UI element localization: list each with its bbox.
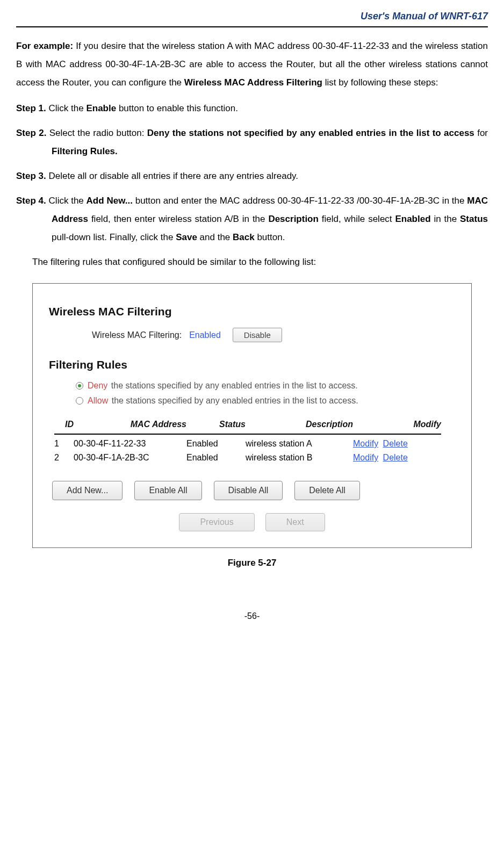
step-1-label: Step 1. [16, 103, 46, 113]
step-4-t7: and the [197, 232, 233, 242]
cell-mac: 00-30-4F-11-22-33 [74, 439, 186, 449]
intro-text-2: list by following these steps: [322, 77, 438, 88]
cell-modify: Modify Delete [353, 453, 441, 463]
rule-deny-row[interactable]: Deny the stations specified by any enabl… [76, 381, 460, 391]
step-2-label: Step 2. [16, 128, 46, 138]
cell-mac: 00-30-4F-1A-2B-3C [74, 453, 186, 463]
step-1: Step 1. Click the Enable button to enabl… [16, 99, 488, 118]
cell-desc: wireless station A [246, 439, 353, 449]
filtering-rules-list: Deny the stations specified by any enabl… [76, 381, 460, 406]
add-new-button[interactable]: Add New... [52, 481, 123, 500]
config-note: The filtering rules that configured shou… [32, 253, 488, 271]
intro-paragraph: For example: If you desire that the wire… [16, 37, 488, 92]
figure-container: Wireless MAC Filtering Wireless MAC Filt… [32, 283, 472, 548]
step-4-t5: in the [431, 214, 460, 224]
step-4-b3: Description [268, 214, 319, 224]
step-4-b6: Save [176, 232, 197, 242]
section-wireless-mac-filtering: Wireless MAC Filtering [49, 305, 460, 318]
step-2-b2: Filtering Rules. [52, 146, 118, 156]
cell-status: Enabled [186, 439, 246, 449]
rule-deny-text: the stations specified by any enabled en… [109, 381, 357, 390]
rule-allow-row[interactable]: Allow the stations specified by any enab… [76, 396, 460, 406]
filtering-status-row: Wireless MAC Filtering: Enabled Disable [92, 328, 460, 342]
step-2: Step 2. Select the radio button: Deny th… [16, 124, 488, 161]
figure-caption: Figure 5-27 [16, 558, 488, 568]
delete-link[interactable]: Delete [383, 453, 408, 462]
rule-allow-keyword: Allow [88, 396, 108, 405]
step-4-t8: button. [255, 232, 285, 242]
col-header-desc: Description [246, 420, 353, 429]
next-button: Next [265, 513, 325, 531]
table-header-row: ID MAC Address Status Description Modify [54, 420, 441, 435]
disable-button[interactable]: Disable [233, 328, 282, 342]
step-3: Step 3. Delete all or disable all entrie… [16, 167, 488, 185]
radio-deny-icon[interactable] [76, 382, 83, 390]
section-filtering-rules: Filtering Rules [49, 358, 460, 371]
step-1-t1: Click the [48, 103, 86, 113]
step-4-b5: Status [460, 214, 488, 224]
filtering-status-label: Wireless MAC Filtering: [92, 330, 182, 340]
step-1-t2: button to enable this function. [116, 103, 238, 113]
step-4-t4: field, while select [319, 214, 395, 224]
table-row: 1 00-30-4F-11-22-33 Enabled wireless sta… [54, 439, 441, 449]
for-example-label: For example: [16, 41, 73, 51]
col-header-status: Status [186, 420, 246, 429]
step-4-t6: pull-down list. Finally, click the [52, 232, 176, 242]
col-header-id: ID [54, 420, 74, 429]
enable-all-button[interactable]: Enable All [134, 481, 201, 500]
previous-button: Previous [179, 513, 254, 531]
step-1-b1: Enable [86, 103, 116, 113]
step-3-label: Step 3. [16, 171, 46, 181]
table-row: 2 00-30-4F-1A-2B-3C Enabled wireless sta… [54, 453, 441, 463]
step-3-t1: Delete all or disable all entries if the… [48, 171, 298, 181]
col-header-modify: Modify [353, 420, 441, 429]
page-header: User's Manual of WNRT-617 [16, 11, 488, 27]
delete-link[interactable]: Delete [383, 439, 408, 448]
disable-all-button[interactable]: Disable All [214, 481, 283, 500]
step-2-b1: Deny the stations not specified by any e… [147, 128, 474, 138]
step-2-t2: for [474, 128, 488, 138]
radio-allow-icon[interactable] [76, 397, 83, 405]
delete-all-button[interactable]: Delete All [294, 481, 360, 500]
rule-deny-keyword: Deny [88, 381, 107, 390]
step-4-t2: button and enter the MAC address 00-30-4… [133, 196, 467, 206]
step-4-t3: field, then enter wireless station A/B i… [88, 214, 268, 224]
cell-status: Enabled [186, 453, 246, 463]
intro-bold-1: Wireless MAC Address Filtering [184, 77, 322, 88]
step-4-b4: Enabled [395, 214, 430, 224]
step-4-label: Step 4. [16, 196, 46, 206]
step-2-t1: Select the radio button: [49, 128, 147, 138]
cell-id: 2 [54, 453, 74, 463]
modify-link[interactable]: Modify [353, 453, 378, 462]
step-4: Step 4. Click the Add New... button and … [16, 192, 488, 247]
cell-id: 1 [54, 439, 74, 449]
col-header-mac: MAC Address [74, 420, 186, 429]
action-button-row: Add New... Enable All Disable All Delete… [52, 481, 460, 500]
step-4-b7: Back [233, 232, 255, 242]
rule-allow-text: the stations specified by any enabled en… [109, 396, 358, 405]
pager-row: Previous Next [44, 513, 460, 531]
mac-filtering-table: ID MAC Address Status Description Modify… [54, 420, 441, 463]
page-number: -56- [16, 611, 488, 621]
filtering-status-value: Enabled [189, 330, 221, 340]
modify-link[interactable]: Modify [353, 439, 378, 448]
cell-modify: Modify Delete [353, 439, 441, 449]
step-4-b1: Add New... [87, 196, 133, 206]
step-4-t1: Click the [49, 196, 87, 206]
cell-desc: wireless station B [246, 453, 353, 463]
